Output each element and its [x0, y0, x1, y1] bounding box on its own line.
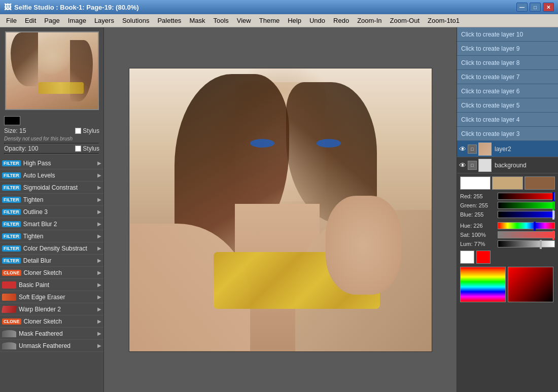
tool-name-2: Sigmoidal Constrast	[23, 184, 78, 191]
layer-slot-6[interactable]: Click to create layer 4	[457, 113, 558, 127]
opacity-stylus-checkbox[interactable]	[75, 146, 81, 152]
small-swatch-red[interactable]	[476, 251, 491, 264]
layer-slot-0[interactable]: Click to create layer 10	[457, 27, 558, 42]
tool-item-11[interactable]: Soft Edge Eraser▶	[0, 291, 103, 303]
sat-slider[interactable]	[498, 231, 555, 238]
menu-item-help[interactable]: Help	[284, 15, 305, 26]
tool-arrow-4: ▶	[97, 209, 101, 215]
tool-item-13[interactable]: CLONECloner Sketch▶	[0, 315, 103, 328]
layer-slot-4[interactable]: Click to create layer 6	[457, 84, 558, 98]
menu-item-redo[interactable]: Redo	[329, 15, 353, 26]
menu-item-file[interactable]: File	[2, 15, 21, 26]
menu-item-image[interactable]: Image	[64, 15, 90, 26]
hue-spectrum[interactable]	[460, 267, 506, 302]
size-label: Size: 15	[4, 127, 26, 134]
tool-arrow-0: ▶	[97, 160, 101, 166]
tool-item-8[interactable]: FILTERDetail Blur▶	[0, 255, 103, 267]
titlebar: 🖼 Selfie Studio : Book-1: Page-19: (80.0…	[0, 0, 558, 14]
stylus-checkbox[interactable]	[75, 128, 81, 134]
tool-name-4: Outline 3	[23, 208, 48, 216]
main-canvas[interactable]	[129, 68, 432, 352]
red-slider[interactable]	[498, 193, 555, 200]
maximize-button[interactable]: □	[530, 3, 541, 12]
menu-item-view[interactable]: View	[233, 15, 255, 26]
tool-arrow-8: ▶	[97, 258, 101, 263]
green-label: Green: 255	[460, 202, 496, 208]
app-title: Selfie Studio : Book-1: Page-19: (80.0%)	[14, 4, 139, 11]
right-panel: Click to create layer 10Click to create …	[457, 27, 558, 392]
layer-slot-3[interactable]: Click to create layer 7	[457, 70, 558, 84]
layer2-row[interactable]: 👁 □ layer2	[457, 141, 558, 157]
tool-name-10: Basic Paint	[19, 281, 49, 289]
menubar: FileEditPageImageLayersSolutionsPalettes…	[0, 14, 558, 27]
background-lock-icon[interactable]: □	[468, 161, 477, 170]
menu-item-palettes[interactable]: Palettes	[153, 15, 185, 26]
menu-item-zoom-1to1[interactable]: Zoom-1to1	[424, 15, 464, 26]
menu-item-mask[interactable]: Mask	[185, 15, 209, 26]
tool-name-13: Cloner Sketch	[24, 318, 62, 325]
menu-item-zoom-out[interactable]: Zoom-Out	[386, 15, 424, 26]
tool-arrow-1: ▶	[97, 172, 101, 178]
minimize-button[interactable]: —	[516, 3, 528, 12]
canvas-area	[104, 27, 457, 392]
tool-item-3[interactable]: FILTERTighten▶	[0, 194, 103, 206]
swatch-skin[interactable]	[492, 176, 522, 190]
background-thumbnail	[478, 159, 492, 172]
green-slider[interactable]	[498, 202, 555, 209]
opacity-label: Opacity: 100	[4, 145, 38, 152]
menu-item-tools[interactable]: Tools	[209, 15, 232, 26]
tool-item-12[interactable]: Warp Blender 2▶	[0, 303, 103, 315]
foreground-color-swatch[interactable]	[4, 116, 20, 125]
blue-label: Blue: 255	[460, 211, 496, 218]
tool-item-1[interactable]: FILTERAuto Levels▶	[0, 169, 103, 182]
tool-name-8: Detail Blur	[23, 257, 51, 264]
tool-item-14[interactable]: Mask Feathered▶	[0, 328, 103, 340]
swatch-white[interactable]	[460, 176, 491, 190]
tool-item-15[interactable]: Unmask Feathered▶	[0, 340, 103, 352]
red-label: Red: 255	[460, 193, 496, 199]
lum-slider[interactable]	[498, 240, 555, 247]
layer-slot-2[interactable]: Click to create layer 8	[457, 56, 558, 70]
thumbnail-image	[6, 32, 98, 109]
tool-item-2[interactable]: FILTERSigmoidal Constrast▶	[0, 182, 103, 194]
layer-slot-7[interactable]: Click to create layer 3	[457, 127, 558, 141]
layer2-lock-icon[interactable]: □	[468, 145, 477, 154]
layer2-thumbnail	[478, 142, 492, 156]
close-button[interactable]: ✕	[543, 3, 554, 12]
hue-slider[interactable]	[498, 222, 555, 229]
tool-name-9: Cloner Sketch	[24, 269, 62, 276]
menu-item-theme[interactable]: Theme	[255, 15, 284, 26]
tool-arrow-11: ▶	[97, 294, 101, 300]
swatch-brown[interactable]	[525, 176, 555, 190]
background-row[interactable]: 👁 □ background	[457, 157, 558, 173]
tool-item-6[interactable]: FILTERTighten▶	[0, 230, 103, 242]
tool-name-12: Warp Blender 2	[19, 306, 61, 313]
tool-item-5[interactable]: FILTERSmart Blur 2▶	[0, 218, 103, 230]
left-panel: Size: 15 Stylus Density not used for thi…	[0, 27, 104, 392]
tool-item-9[interactable]: CLONECloner Sketch▶	[0, 267, 103, 279]
layer-slot-1[interactable]: Click to create layer 9	[457, 42, 558, 56]
tool-item-4[interactable]: FILTEROutline 3▶	[0, 206, 103, 218]
blue-slider[interactable]	[498, 211, 555, 218]
layer-slot-5[interactable]: Click to create layer 5	[457, 98, 558, 113]
tool-arrow-5: ▶	[97, 221, 101, 227]
menu-item-page[interactable]: Page	[40, 15, 63, 26]
menu-item-layers[interactable]: Layers	[90, 15, 118, 26]
background-visibility-icon[interactable]: 👁	[459, 161, 466, 169]
menu-item-edit[interactable]: Edit	[21, 15, 40, 26]
menu-item-undo[interactable]: Undo	[305, 15, 329, 26]
app-icon: 🖼	[4, 3, 11, 11]
small-swatch-white[interactable]	[460, 251, 474, 264]
stylus-label: Stylus	[83, 127, 99, 134]
menu-item-zoom-in[interactable]: Zoom-In	[353, 15, 386, 26]
tool-item-10[interactable]: Basic Paint▶	[0, 279, 103, 291]
layer2-visibility-icon[interactable]: 👁	[459, 145, 466, 153]
sat-label: Sat: 100%	[460, 232, 496, 238]
tool-arrow-2: ▶	[97, 185, 101, 190]
tool-name-1: Auto Levels	[23, 172, 55, 179]
color-picker[interactable]	[508, 267, 553, 302]
tool-item-0[interactable]: FILTERHigh Pass▶	[0, 157, 103, 169]
menu-item-solutions[interactable]: Solutions	[118, 15, 153, 26]
tool-arrow-3: ▶	[97, 197, 101, 202]
tool-item-7[interactable]: FILTERColor Density Substract▶	[0, 242, 103, 255]
